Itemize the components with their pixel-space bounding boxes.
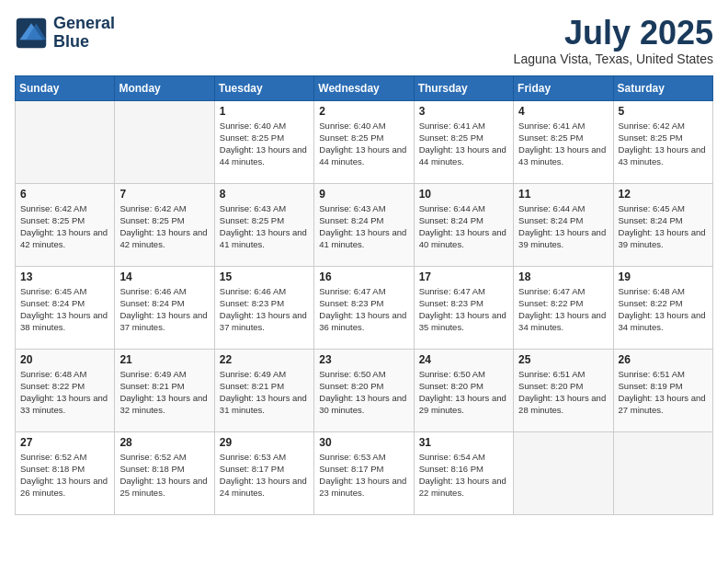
day-info: Sunrise: 6:42 AM Sunset: 8:25 PM Dayligh…: [619, 120, 708, 168]
day-number: 21: [119, 353, 209, 366]
day-info: Sunrise: 6:53 AM Sunset: 8:17 PM Dayligh…: [220, 451, 309, 500]
calendar-day-cell: 5Sunrise: 6:42 AM Sunset: 8:25 PM Daylig…: [613, 100, 712, 183]
day-of-week-header: Thursday: [414, 75, 513, 100]
day-info: Sunrise: 6:46 AM Sunset: 8:23 PM Dayligh…: [220, 285, 309, 334]
calendar-day-cell: [613, 431, 712, 514]
calendar-day-cell: 28Sunrise: 6:52 AM Sunset: 8:18 PM Dayli…: [115, 431, 214, 514]
day-of-week-header: Wednesday: [314, 75, 414, 100]
calendar-day-cell: 10Sunrise: 6:44 AM Sunset: 8:24 PM Dayli…: [414, 183, 513, 266]
day-number: 18: [518, 270, 608, 283]
day-info: Sunrise: 6:41 AM Sunset: 8:25 PM Dayligh…: [518, 120, 608, 168]
day-info: Sunrise: 6:48 AM Sunset: 8:22 PM Dayligh…: [619, 285, 708, 334]
day-number: 16: [319, 270, 408, 283]
day-number: 17: [419, 270, 508, 283]
calendar-day-cell: 22Sunrise: 6:49 AM Sunset: 8:21 PM Dayli…: [214, 349, 313, 431]
logo: General Blue: [15, 15, 115, 52]
day-number: 29: [220, 436, 309, 449]
calendar-day-cell: 15Sunrise: 6:46 AM Sunset: 8:23 PM Dayli…: [214, 266, 313, 349]
day-info: Sunrise: 6:54 AM Sunset: 8:16 PM Dayligh…: [419, 451, 508, 500]
calendar-day-cell: 7Sunrise: 6:42 AM Sunset: 8:25 PM Daylig…: [115, 183, 214, 266]
day-number: 9: [319, 188, 408, 201]
calendar-week-row: 20Sunrise: 6:48 AM Sunset: 8:22 PM Dayli…: [16, 349, 713, 431]
day-number: 4: [518, 105, 608, 118]
day-info: Sunrise: 6:53 AM Sunset: 8:17 PM Dayligh…: [319, 451, 408, 500]
calendar-day-cell: 26Sunrise: 6:51 AM Sunset: 8:19 PM Dayli…: [613, 349, 712, 431]
day-info: Sunrise: 6:51 AM Sunset: 8:19 PM Dayligh…: [619, 368, 708, 417]
calendar-day-cell: [16, 100, 115, 183]
day-of-week-header: Tuesday: [214, 75, 313, 100]
day-number: 6: [20, 188, 109, 201]
calendar-day-cell: 11Sunrise: 6:44 AM Sunset: 8:24 PM Dayli…: [514, 183, 613, 266]
logo-line2: Blue: [53, 33, 115, 52]
day-number: 10: [419, 188, 508, 201]
day-info: Sunrise: 6:47 AM Sunset: 8:23 PM Dayligh…: [319, 285, 408, 334]
day-number: 19: [619, 270, 708, 283]
calendar-day-cell: [514, 431, 613, 514]
calendar-day-cell: 4Sunrise: 6:41 AM Sunset: 8:25 PM Daylig…: [514, 100, 613, 183]
calendar-day-cell: 29Sunrise: 6:53 AM Sunset: 8:17 PM Dayli…: [214, 431, 313, 514]
day-number: 27: [20, 436, 109, 449]
day-number: 20: [20, 353, 109, 366]
day-info: Sunrise: 6:52 AM Sunset: 8:18 PM Dayligh…: [119, 451, 209, 500]
calendar-day-cell: 3Sunrise: 6:41 AM Sunset: 8:25 PM Daylig…: [414, 100, 513, 183]
calendar-day-cell: 14Sunrise: 6:46 AM Sunset: 8:24 PM Dayli…: [115, 266, 214, 349]
day-of-week-header: Sunday: [16, 75, 115, 100]
day-number: 30: [319, 436, 408, 449]
day-of-week-header: Monday: [115, 75, 214, 100]
day-number: 22: [220, 353, 309, 366]
location: Laguna Vista, Texas, United States: [514, 52, 713, 66]
calendar-day-cell: 16Sunrise: 6:47 AM Sunset: 8:23 PM Dayli…: [314, 266, 414, 349]
calendar-table: SundayMondayTuesdayWednesdayThursdayFrid…: [15, 75, 713, 515]
day-number: 15: [220, 270, 309, 283]
day-info: Sunrise: 6:40 AM Sunset: 8:25 PM Dayligh…: [220, 120, 309, 168]
day-info: Sunrise: 6:40 AM Sunset: 8:25 PM Dayligh…: [319, 120, 408, 168]
calendar-day-cell: 1Sunrise: 6:40 AM Sunset: 8:25 PM Daylig…: [214, 100, 313, 183]
calendar-week-row: 27Sunrise: 6:52 AM Sunset: 8:18 PM Dayli…: [16, 431, 713, 514]
day-info: Sunrise: 6:51 AM Sunset: 8:20 PM Dayligh…: [518, 368, 608, 417]
day-number: 11: [518, 188, 608, 201]
day-number: 1: [220, 105, 309, 118]
calendar-day-cell: 18Sunrise: 6:47 AM Sunset: 8:22 PM Dayli…: [514, 266, 613, 349]
day-number: 23: [319, 353, 408, 366]
day-info: Sunrise: 6:43 AM Sunset: 8:24 PM Dayligh…: [319, 202, 408, 251]
calendar-week-row: 13Sunrise: 6:45 AM Sunset: 8:24 PM Dayli…: [16, 266, 713, 349]
day-number: 12: [619, 188, 708, 201]
day-number: 14: [119, 270, 209, 283]
day-info: Sunrise: 6:42 AM Sunset: 8:25 PM Dayligh…: [119, 202, 209, 251]
calendar-week-row: 6Sunrise: 6:42 AM Sunset: 8:25 PM Daylig…: [16, 183, 713, 266]
logo-text: General Blue: [53, 15, 115, 52]
day-info: Sunrise: 6:42 AM Sunset: 8:25 PM Dayligh…: [20, 202, 109, 251]
day-info: Sunrise: 6:50 AM Sunset: 8:20 PM Dayligh…: [419, 368, 508, 417]
calendar-day-cell: 17Sunrise: 6:47 AM Sunset: 8:23 PM Dayli…: [414, 266, 513, 349]
day-number: 13: [20, 270, 109, 283]
day-number: 2: [319, 105, 408, 118]
day-info: Sunrise: 6:45 AM Sunset: 8:24 PM Dayligh…: [619, 202, 708, 251]
day-number: 8: [220, 188, 309, 201]
day-number: 24: [419, 353, 508, 366]
logo-icon: [15, 17, 48, 50]
day-number: 26: [619, 353, 708, 366]
calendar-day-cell: 23Sunrise: 6:50 AM Sunset: 8:20 PM Dayli…: [314, 349, 414, 431]
calendar-day-cell: 20Sunrise: 6:48 AM Sunset: 8:22 PM Dayli…: [16, 349, 115, 431]
day-info: Sunrise: 6:52 AM Sunset: 8:18 PM Dayligh…: [20, 451, 109, 500]
calendar-header-row: SundayMondayTuesdayWednesdayThursdayFrid…: [16, 75, 713, 100]
day-number: 7: [119, 188, 209, 201]
title-area: July 2025 Laguna Vista, Texas, United St…: [514, 15, 713, 66]
logo-line1: General: [53, 15, 115, 33]
calendar-day-cell: 6Sunrise: 6:42 AM Sunset: 8:25 PM Daylig…: [16, 183, 115, 266]
day-info: Sunrise: 6:47 AM Sunset: 8:22 PM Dayligh…: [518, 285, 608, 334]
day-info: Sunrise: 6:49 AM Sunset: 8:21 PM Dayligh…: [220, 368, 309, 417]
calendar-day-cell: 19Sunrise: 6:48 AM Sunset: 8:22 PM Dayli…: [613, 266, 712, 349]
calendar-day-cell: 12Sunrise: 6:45 AM Sunset: 8:24 PM Dayli…: [613, 183, 712, 266]
day-info: Sunrise: 6:50 AM Sunset: 8:20 PM Dayligh…: [319, 368, 408, 417]
calendar-day-cell: 24Sunrise: 6:50 AM Sunset: 8:20 PM Dayli…: [414, 349, 513, 431]
day-number: 3: [419, 105, 508, 118]
day-of-week-header: Saturday: [613, 75, 712, 100]
day-info: Sunrise: 6:43 AM Sunset: 8:25 PM Dayligh…: [220, 202, 309, 251]
day-info: Sunrise: 6:41 AM Sunset: 8:25 PM Dayligh…: [419, 120, 508, 168]
day-info: Sunrise: 6:48 AM Sunset: 8:22 PM Dayligh…: [20, 368, 109, 417]
month-title: July 2025: [514, 15, 713, 52]
day-number: 31: [419, 436, 508, 449]
calendar-day-cell: 25Sunrise: 6:51 AM Sunset: 8:20 PM Dayli…: [514, 349, 613, 431]
day-info: Sunrise: 6:44 AM Sunset: 8:24 PM Dayligh…: [518, 202, 608, 251]
